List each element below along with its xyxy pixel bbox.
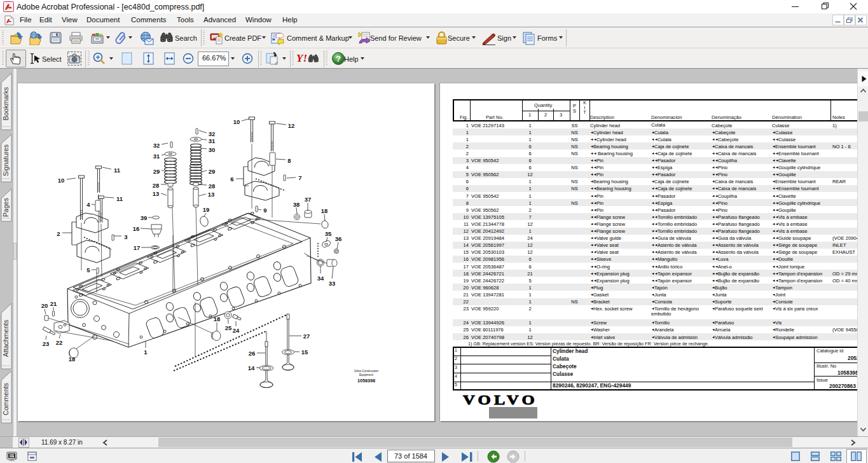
svg-text:Comments: Comments — [2, 383, 10, 415]
svg-text:6: 6 — [230, 176, 233, 183]
svg-text:32: 32 — [209, 130, 216, 137]
svg-text:Attachments: Attachments — [2, 320, 10, 357]
svg-text:20: 20 — [41, 302, 48, 309]
svg-text:21: 21 — [50, 300, 57, 307]
svg-text:17: 17 — [134, 244, 141, 251]
svg-text:37: 37 — [305, 196, 312, 203]
svg-text:11: 11 — [116, 195, 123, 202]
svg-text:9: 9 — [263, 207, 266, 214]
svg-text:30: 30 — [209, 146, 216, 153]
svg-text:16: 16 — [133, 225, 140, 232]
svg-text:33: 33 — [329, 280, 336, 287]
svg-text:38: 38 — [293, 201, 300, 208]
svg-text:34: 34 — [317, 275, 324, 282]
svg-text:Bookmarks: Bookmarks — [2, 87, 10, 121]
svg-text:18: 18 — [69, 356, 76, 363]
svg-text:35: 35 — [325, 230, 332, 237]
svg-text:Equipment: Equipment — [359, 373, 374, 377]
svg-text:27: 27 — [303, 333, 310, 340]
svg-text:Signatures: Signatures — [2, 144, 10, 176]
svg-text:?: ? — [336, 54, 341, 64]
svg-text:22: 22 — [56, 339, 63, 346]
svg-text:Volvo Construction: Volvo Construction — [354, 370, 379, 373]
svg-text:Pages: Pages — [2, 198, 10, 217]
svg-text:26: 26 — [249, 350, 256, 357]
svg-text:36: 36 — [335, 235, 342, 242]
svg-text:25: 25 — [225, 324, 232, 331]
svg-text:32: 32 — [153, 142, 160, 149]
svg-text:Y!: Y! — [296, 52, 307, 64]
svg-text:11: 11 — [114, 167, 121, 174]
svg-text:2: 2 — [57, 230, 60, 237]
svg-text:24: 24 — [233, 327, 240, 334]
svg-text:18: 18 — [214, 315, 221, 322]
svg-text:28: 28 — [153, 182, 160, 189]
svg-text:10: 10 — [233, 118, 240, 125]
svg-text:10: 10 — [58, 177, 65, 184]
svg-text:29: 29 — [153, 168, 160, 175]
svg-text:7: 7 — [298, 174, 301, 181]
svg-text:14: 14 — [248, 364, 255, 371]
svg-text:18: 18 — [321, 207, 328, 214]
svg-text:12: 12 — [288, 122, 295, 129]
svg-text:13: 13 — [208, 191, 215, 198]
svg-text:29: 29 — [209, 168, 216, 175]
svg-text:28: 28 — [209, 183, 216, 190]
svg-text:23: 23 — [43, 340, 50, 347]
svg-text:31: 31 — [153, 153, 160, 160]
svg-text:4: 4 — [86, 201, 90, 208]
svg-text:15: 15 — [301, 349, 308, 356]
svg-text:19: 19 — [203, 206, 210, 213]
svg-text:3: 3 — [124, 233, 127, 240]
svg-text:1: 1 — [144, 349, 148, 356]
svg-text:8: 8 — [287, 157, 291, 164]
svg-text:13: 13 — [153, 190, 160, 197]
svg-text:39: 39 — [141, 214, 148, 221]
svg-text:1058398: 1058398 — [357, 378, 375, 384]
svg-text:5: 5 — [86, 266, 90, 273]
svg-text:31: 31 — [209, 137, 216, 144]
